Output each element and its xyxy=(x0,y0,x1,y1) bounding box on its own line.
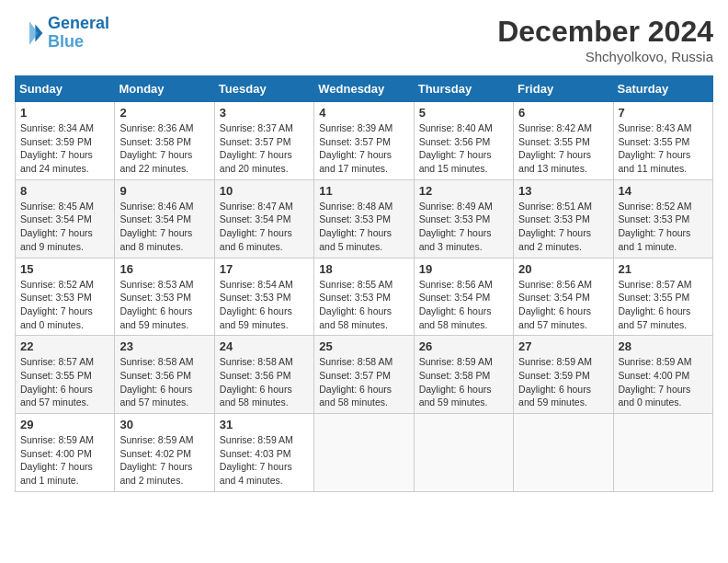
week-row-2: 8Sunrise: 8:45 AM Sunset: 3:54 PM Daylig… xyxy=(16,179,713,258)
day-info: Sunrise: 8:55 AM Sunset: 3:53 PM Dayligh… xyxy=(319,278,408,332)
calendar-cell: 19Sunrise: 8:56 AM Sunset: 3:54 PM Dayli… xyxy=(414,258,513,336)
calendar-cell: 4Sunrise: 8:39 AM Sunset: 3:57 PM Daylig… xyxy=(314,102,414,180)
calendar-cell: 21Sunrise: 8:57 AM Sunset: 3:55 PM Dayli… xyxy=(613,258,712,336)
weekday-header-row: SundayMondayTuesdayWednesdayThursdayFrid… xyxy=(16,76,713,102)
calendar-cell: 7Sunrise: 8:43 AM Sunset: 3:55 PM Daylig… xyxy=(613,102,712,180)
day-info: Sunrise: 8:59 AM Sunset: 4:00 PM Dayligh… xyxy=(619,355,708,409)
day-info: Sunrise: 8:59 AM Sunset: 4:02 PM Dayligh… xyxy=(119,433,209,488)
day-number: 5 xyxy=(419,106,508,120)
day-number: 22 xyxy=(20,339,109,353)
weekday-header-friday: Friday xyxy=(514,76,613,102)
day-info: Sunrise: 8:42 AM Sunset: 3:55 PM Dayligh… xyxy=(518,121,608,176)
day-number: 14 xyxy=(619,184,708,198)
day-info: Sunrise: 8:45 AM Sunset: 3:54 PM Dayligh… xyxy=(20,200,109,254)
day-info: Sunrise: 8:46 AM Sunset: 3:54 PM Dayligh… xyxy=(119,200,209,254)
calendar-cell xyxy=(314,414,414,492)
day-info: Sunrise: 8:57 AM Sunset: 3:55 PM Dayligh… xyxy=(619,278,708,332)
day-info: Sunrise: 8:56 AM Sunset: 3:54 PM Dayligh… xyxy=(518,278,608,332)
day-info: Sunrise: 8:34 AM Sunset: 3:59 PM Dayligh… xyxy=(20,121,109,176)
day-number: 31 xyxy=(220,418,309,431)
day-info: Sunrise: 8:51 AM Sunset: 3:53 PM Dayligh… xyxy=(518,200,608,254)
calendar-cell: 24Sunrise: 8:58 AM Sunset: 3:56 PM Dayli… xyxy=(214,336,313,414)
calendar-cell: 3Sunrise: 8:37 AM Sunset: 3:57 PM Daylig… xyxy=(214,102,313,180)
day-number: 18 xyxy=(319,262,408,276)
day-info: Sunrise: 8:39 AM Sunset: 3:57 PM Dayligh… xyxy=(319,121,408,176)
day-number: 20 xyxy=(518,262,608,276)
day-info: Sunrise: 8:59 AM Sunset: 3:59 PM Dayligh… xyxy=(518,355,608,409)
calendar-cell: 13Sunrise: 8:51 AM Sunset: 3:53 PM Dayli… xyxy=(514,179,613,258)
calendar-cell: 1Sunrise: 8:34 AM Sunset: 3:59 PM Daylig… xyxy=(16,102,115,180)
calendar-cell: 17Sunrise: 8:54 AM Sunset: 3:53 PM Dayli… xyxy=(214,258,313,336)
logo: General Blue xyxy=(15,15,109,52)
day-number: 1 xyxy=(20,106,109,120)
day-number: 7 xyxy=(619,106,708,120)
calendar-cell: 16Sunrise: 8:53 AM Sunset: 3:53 PM Dayli… xyxy=(115,258,214,336)
day-number: 2 xyxy=(119,106,209,120)
day-info: Sunrise: 8:47 AM Sunset: 3:54 PM Dayligh… xyxy=(220,200,309,254)
calendar-cell: 18Sunrise: 8:55 AM Sunset: 3:53 PM Dayli… xyxy=(314,258,414,336)
day-number: 30 xyxy=(119,418,209,431)
day-number: 6 xyxy=(518,106,608,120)
calendar-cell: 5Sunrise: 8:40 AM Sunset: 3:56 PM Daylig… xyxy=(414,102,513,180)
day-number: 25 xyxy=(319,339,408,353)
calendar-cell: 20Sunrise: 8:56 AM Sunset: 3:54 PM Dayli… xyxy=(514,258,613,336)
calendar-cell: 14Sunrise: 8:52 AM Sunset: 3:53 PM Dayli… xyxy=(613,179,712,258)
day-number: 4 xyxy=(319,106,408,120)
day-info: Sunrise: 8:43 AM Sunset: 3:55 PM Dayligh… xyxy=(619,121,708,176)
day-info: Sunrise: 8:56 AM Sunset: 3:54 PM Dayligh… xyxy=(419,278,508,332)
svg-marker-1 xyxy=(29,21,39,45)
calendar-cell: 29Sunrise: 8:59 AM Sunset: 4:00 PM Dayli… xyxy=(16,414,115,492)
calendar-cell: 10Sunrise: 8:47 AM Sunset: 3:54 PM Dayli… xyxy=(214,179,313,258)
day-number: 28 xyxy=(619,339,708,353)
weekday-header-tuesday: Tuesday xyxy=(214,76,313,102)
day-info: Sunrise: 8:58 AM Sunset: 3:57 PM Dayligh… xyxy=(319,355,408,409)
calendar-cell: 2Sunrise: 8:36 AM Sunset: 3:58 PM Daylig… xyxy=(115,102,214,180)
calendar-cell: 26Sunrise: 8:59 AM Sunset: 3:58 PM Dayli… xyxy=(414,336,513,414)
day-number: 9 xyxy=(119,184,209,198)
day-info: Sunrise: 8:59 AM Sunset: 4:03 PM Dayligh… xyxy=(220,433,309,488)
day-info: Sunrise: 8:58 AM Sunset: 3:56 PM Dayligh… xyxy=(220,355,309,409)
day-info: Sunrise: 8:57 AM Sunset: 3:55 PM Dayligh… xyxy=(20,355,109,409)
week-row-4: 22Sunrise: 8:57 AM Sunset: 3:55 PM Dayli… xyxy=(16,336,713,414)
weekday-header-sunday: Sunday xyxy=(16,76,115,102)
day-number: 26 xyxy=(419,339,508,353)
day-info: Sunrise: 8:52 AM Sunset: 3:53 PM Dayligh… xyxy=(619,200,708,254)
calendar-cell: 9Sunrise: 8:46 AM Sunset: 3:54 PM Daylig… xyxy=(115,179,214,258)
day-number: 16 xyxy=(119,262,209,276)
calendar-cell: 23Sunrise: 8:58 AM Sunset: 3:56 PM Dayli… xyxy=(115,336,214,414)
day-number: 27 xyxy=(518,339,608,353)
day-number: 23 xyxy=(119,339,209,353)
month-title: December 2024 xyxy=(497,15,713,49)
day-number: 12 xyxy=(419,184,508,198)
weekday-header-thursday: Thursday xyxy=(414,76,513,102)
day-info: Sunrise: 8:37 AM Sunset: 3:57 PM Dayligh… xyxy=(220,121,309,176)
day-info: Sunrise: 8:58 AM Sunset: 3:56 PM Dayligh… xyxy=(119,355,209,409)
weekday-header-wednesday: Wednesday xyxy=(314,76,414,102)
calendar-cell xyxy=(514,414,613,492)
calendar-cell xyxy=(414,414,513,492)
week-row-1: 1Sunrise: 8:34 AM Sunset: 3:59 PM Daylig… xyxy=(16,102,713,180)
day-info: Sunrise: 8:49 AM Sunset: 3:53 PM Dayligh… xyxy=(419,200,508,254)
calendar-cell xyxy=(613,414,712,492)
day-number: 19 xyxy=(419,262,508,276)
weekday-header-saturday: Saturday xyxy=(613,76,712,102)
location: Shchyolkovo, Russia xyxy=(497,49,713,64)
page-header: General Blue December 2024 Shchyolkovo, … xyxy=(15,15,713,64)
day-info: Sunrise: 8:36 AM Sunset: 3:58 PM Dayligh… xyxy=(119,121,209,176)
day-number: 17 xyxy=(220,262,309,276)
day-number: 21 xyxy=(619,262,708,276)
calendar-cell: 12Sunrise: 8:49 AM Sunset: 3:53 PM Dayli… xyxy=(414,179,513,258)
day-info: Sunrise: 8:52 AM Sunset: 3:53 PM Dayligh… xyxy=(20,278,109,332)
day-number: 3 xyxy=(220,106,309,120)
logo-icon xyxy=(15,18,44,48)
logo-text: General Blue xyxy=(48,15,109,52)
day-info: Sunrise: 8:59 AM Sunset: 3:58 PM Dayligh… xyxy=(419,355,508,409)
calendar-table: SundayMondayTuesdayWednesdayThursdayFrid… xyxy=(15,75,713,492)
calendar-cell: 6Sunrise: 8:42 AM Sunset: 3:55 PM Daylig… xyxy=(514,102,613,180)
calendar-cell: 30Sunrise: 8:59 AM Sunset: 4:02 PM Dayli… xyxy=(115,414,214,492)
day-info: Sunrise: 8:54 AM Sunset: 3:53 PM Dayligh… xyxy=(220,278,309,332)
day-number: 8 xyxy=(20,184,109,198)
title-block: December 2024 Shchyolkovo, Russia xyxy=(497,15,713,64)
week-row-3: 15Sunrise: 8:52 AM Sunset: 3:53 PM Dayli… xyxy=(16,258,713,336)
day-info: Sunrise: 8:53 AM Sunset: 3:53 PM Dayligh… xyxy=(119,278,209,332)
